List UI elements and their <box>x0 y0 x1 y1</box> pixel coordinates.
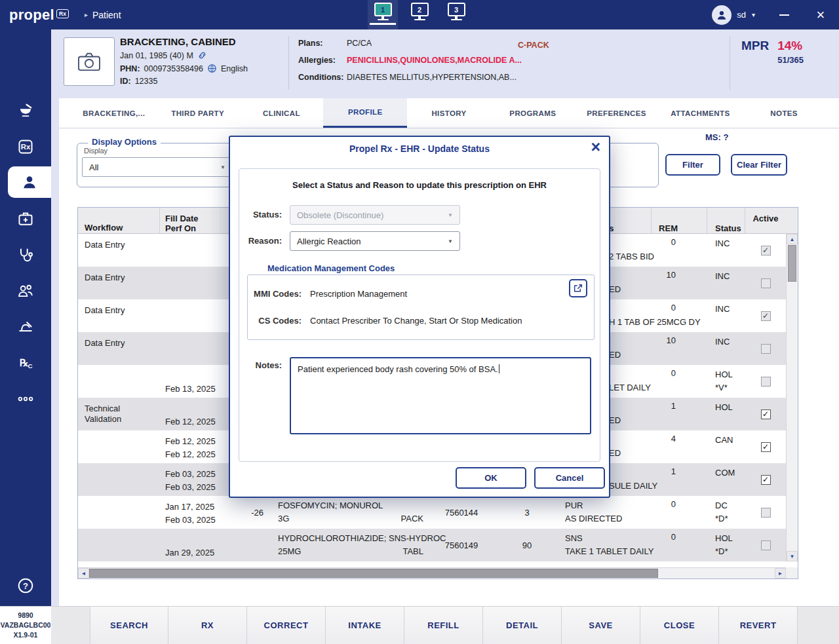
cell-rx-number: 7560149 <box>429 529 494 561</box>
col-header-workflow[interactable]: Workflow <box>78 208 160 233</box>
active-checkbox[interactable] <box>761 377 771 387</box>
horizontal-scroll-thumb[interactable] <box>89 569 658 578</box>
clear-filter-button[interactable]: Clear Filter <box>731 154 787 176</box>
sidebar-item-prescriber[interactable] <box>0 237 51 273</box>
active-checkbox[interactable]: ✓ <box>761 442 771 452</box>
tab-notes[interactable]: NOTES <box>742 98 826 128</box>
active-checkbox[interactable]: ✓ <box>761 475 771 485</box>
scroll-left-button[interactable]: ◄ <box>78 568 89 578</box>
allergies-value[interactable]: PENICILLINS,QUINOLONES,MACROLIDE A... <box>347 56 522 65</box>
close-button[interactable]: × <box>802 0 839 29</box>
sidebar-item-groups[interactable] <box>0 273 51 309</box>
active-checkbox[interactable]: ✓ <box>761 409 771 419</box>
correct-button[interactable]: CORRECT <box>247 607 326 644</box>
col-header-rem[interactable]: REM <box>652 208 707 233</box>
status-dropdown[interactable]: Obsolete (Discontinue) ▼ <box>290 205 460 225</box>
vertical-scroll-track[interactable] <box>787 282 798 551</box>
reason-dropdown[interactable]: Allergic Reaction ▼ <box>290 231 460 251</box>
cpack-badge: C-PACK <box>518 41 549 50</box>
cell-rem: 1 <box>652 398 707 430</box>
monitor-tab-3[interactable]: 3 <box>441 0 471 29</box>
breadcrumb: ▸ Patient <box>85 10 121 20</box>
plans-value: PC/CA <box>347 39 372 48</box>
filter-button[interactable]: Filter <box>665 154 720 176</box>
rx-icon: Rx <box>17 138 34 155</box>
cell-status: HOL *V* <box>707 365 745 398</box>
scroll-up-button[interactable]: ▲ <box>787 234 798 244</box>
prescription-row[interactable]: Jan 29, 2025 HYDROCHLOROTHIAZIDE; SNS-HY… <box>78 529 786 561</box>
active-checkbox[interactable] <box>761 508 771 518</box>
vertical-scrollbar[interactable]: ▲ ▼ <box>786 234 798 561</box>
scroll-right-button[interactable]: ► <box>775 568 786 578</box>
tab-bracketing[interactable]: BRACKETING,... <box>72 98 156 128</box>
sidebar-item-medications[interactable] <box>0 200 51 237</box>
link-icon[interactable] <box>197 50 207 60</box>
person-icon <box>715 9 728 22</box>
cell-medication: FOSFOMYCIN; MONUROL 3GPACK <box>273 496 429 529</box>
cell-rem: 4 <box>652 430 707 463</box>
sidebar-item-prescriptions[interactable]: Rx <box>0 128 51 164</box>
col-header-active[interactable]: Active <box>745 208 786 233</box>
cell-status: HOL <box>707 398 745 430</box>
tab-clinical[interactable]: CLINICAL <box>240 98 324 128</box>
scroll-down-button[interactable]: ▼ <box>787 551 798 561</box>
cell-fill-date: Feb 12, 2025 Feb 12, 2025 <box>160 430 239 463</box>
sidebar-item-pc-rx[interactable]: ℞C <box>0 345 51 381</box>
user-menu[interactable]: sd ▾ <box>712 0 755 29</box>
tab-history[interactable]: HISTORY <box>407 98 491 128</box>
notes-label: Notes: <box>230 361 282 370</box>
detail-button[interactable]: DETAIL <box>483 607 562 644</box>
search-button[interactable]: SEARCH <box>90 607 168 644</box>
cell-fill-date: Jan 29, 2025 <box>160 529 239 561</box>
tab-programs[interactable]: PROGRAMS <box>491 98 575 128</box>
cell-workflow <box>78 463 160 496</box>
cell-workflow: Data Entry <box>78 299 160 332</box>
divider <box>730 36 730 90</box>
active-checkbox[interactable] <box>761 344 771 354</box>
active-checkbox[interactable]: ✓ <box>761 246 771 256</box>
tab-preferences[interactable]: PREFERENCES <box>575 98 659 128</box>
cell-active: ✓ <box>745 299 786 332</box>
tab-third-party[interactable]: THIRD PARTY <box>156 98 240 128</box>
rx-button[interactable]: RX <box>168 607 247 644</box>
conditions-value[interactable]: DIABETES MELLITUS,HYPERTENSION,AB... <box>347 73 517 82</box>
minimize-icon <box>779 14 789 16</box>
cell-rem: 0 <box>652 234 707 267</box>
col-header-fill-date[interactable]: Fill Date Perf On <box>160 208 239 233</box>
dialog-close-button[interactable]: × <box>591 139 600 155</box>
minimize-button[interactable] <box>766 0 802 29</box>
sidebar-item-more[interactable] <box>0 381 51 417</box>
sidebar-item-mixtures[interactable] <box>0 309 51 345</box>
patient-photo-placeholder[interactable] <box>64 37 115 86</box>
ok-button[interactable]: OK <box>456 467 526 489</box>
prescription-row[interactable]: Jan 17, 2025 Feb 03, 2025 -26 FOSFOMYCIN… <box>78 496 786 529</box>
monitor-tab-1[interactable]: 1 <box>368 0 398 29</box>
tab-attachments[interactable]: ATTACHMENTS <box>658 98 742 128</box>
active-checkbox[interactable] <box>761 278 771 288</box>
divider <box>288 36 289 90</box>
revert-button[interactable]: REVERT <box>719 607 798 644</box>
save-button[interactable]: SAVE <box>562 607 640 644</box>
active-checkbox[interactable]: ✓ <box>761 311 771 321</box>
horizontal-scrollbar[interactable]: ◄ ► <box>78 567 786 578</box>
monitor-tab-2[interactable]: 2 <box>404 0 435 29</box>
active-checkbox[interactable] <box>761 540 771 550</box>
cell-status: INC <box>707 267 745 299</box>
vertical-scroll-thumb[interactable] <box>788 245 796 282</box>
sidebar-item-pharmacy[interactable] <box>0 92 51 128</box>
intake-button[interactable]: INTAKE <box>326 607 404 644</box>
open-codes-button[interactable] <box>569 279 587 297</box>
cell-status: INC <box>707 234 745 267</box>
user-avatar <box>712 5 732 25</box>
close-profile-button[interactable]: CLOSE <box>640 607 719 644</box>
horizontal-scroll-track[interactable] <box>89 568 775 578</box>
refill-button[interactable]: REFILL <box>404 607 483 644</box>
cancel-button[interactable]: Cancel <box>534 467 605 489</box>
col-header-status[interactable]: Status <box>707 208 745 233</box>
tab-profile[interactable]: PROFILE <box>323 98 407 128</box>
conditions-row: Conditions: DIABETES MELLITUS,HYPERTENSI… <box>298 73 517 82</box>
sidebar-item-patient[interactable] <box>8 166 51 198</box>
notes-textarea[interactable]: Patient experienced body rash covering 5… <box>290 357 591 434</box>
display-dropdown[interactable]: All ▼ <box>82 157 233 177</box>
sidebar-item-help[interactable]: ? <box>0 575 51 597</box>
